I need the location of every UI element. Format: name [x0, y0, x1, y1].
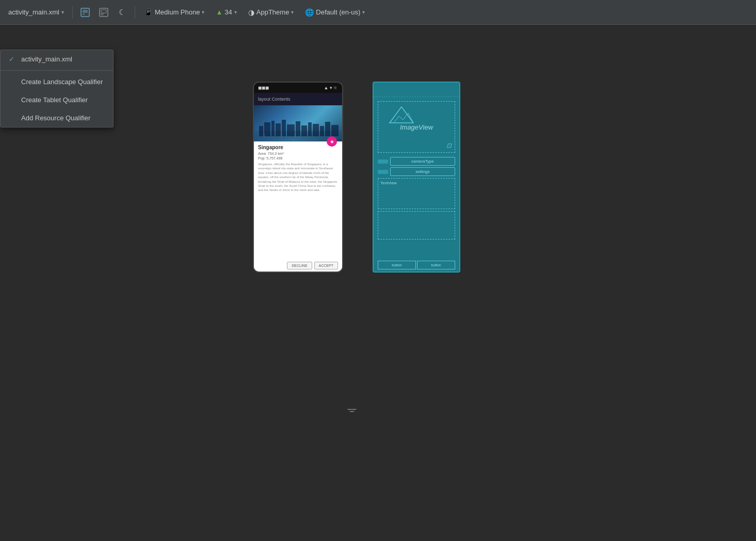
dropdown-landscape-label: Create Landscape Qualifier	[21, 78, 103, 86]
file-chevron: ▾	[61, 9, 64, 15]
phone-city-name: Singapore	[258, 145, 338, 150]
status-left: ◼◼◼	[258, 85, 269, 90]
theme-chevron: ▾	[291, 9, 294, 15]
separator-2	[135, 6, 135, 19]
locale-dropdown[interactable]: 🌐 Default (en-us) ▾	[300, 6, 369, 19]
wf-bottom-btn-2[interactable]: button	[417, 261, 455, 269]
svg-rect-7	[259, 126, 263, 136]
dropdown-tablet[interactable]: Create Tablet Qualifier	[1, 91, 113, 109]
svg-rect-12	[287, 124, 295, 136]
phone-icon: 📱	[144, 8, 153, 17]
theme-label: AppTheme	[256, 8, 289, 16]
star-badge: ★	[327, 136, 337, 147]
svg-rect-14	[301, 125, 307, 136]
device-dropdown[interactable]: 📱 Medium Phone ▾	[139, 6, 209, 19]
phone-accept-btn[interactable]: ACCEPT	[314, 262, 338, 269]
api-label: 34	[224, 8, 232, 16]
wf-imageview-label: ImageView	[400, 123, 433, 131]
status-right: ▲ ▾◾	[324, 85, 338, 90]
dropdown-resource[interactable]: Add Resource Qualifier	[1, 109, 113, 127]
design-icon	[81, 8, 90, 17]
phone-content: ★ Singapore Area: 734.3 km² Pop: 5,757,4…	[254, 105, 342, 273]
resize-handle[interactable]	[345, 402, 359, 417]
wf-small-rect-1	[378, 160, 388, 164]
design-icon-btn[interactable]	[77, 4, 93, 21]
phone-description: Singapore, officially the Republic of Si…	[258, 162, 338, 193]
wf-mountain-svg	[389, 106, 414, 124]
svg-rect-1	[83, 10, 88, 13]
wf-img-icon: ⊡	[446, 142, 452, 149]
wf-bottom-btn-1[interactable]: button	[378, 261, 416, 269]
resize-icon	[346, 404, 358, 416]
separator-1	[72, 6, 73, 19]
night-icon: ☾	[119, 8, 125, 17]
api-dropdown[interactable]: ▲ 34 ▾	[211, 6, 241, 19]
file-dropdown-menu: ✓ activity_main.xml Create Landscape Qua…	[0, 50, 114, 128]
locale-chevron: ▾	[362, 9, 365, 15]
phone-detail-2: Pop: 5,757,499	[258, 156, 338, 160]
svg-rect-19	[331, 125, 339, 136]
wf-settings-row: settings	[378, 167, 455, 176]
toolbar: activity_main.xml ▾ ☾ 📱 Medium Phone ▾ ▲…	[0, 0, 756, 25]
file-tab[interactable]: activity_main.xml ▾	[4, 6, 68, 18]
dropdown-check-item[interactable]: ✓ activity_main.xml	[1, 50, 113, 68]
wf-textview-1: TextView	[378, 178, 455, 209]
wf-buttons-group: cameraType settings	[378, 157, 455, 176]
svg-rect-9	[271, 121, 275, 136]
api-chevron: ▾	[234, 9, 237, 15]
svg-rect-15	[308, 122, 312, 136]
phone-hero-image: ★	[254, 105, 342, 141]
wf-textview-label: TextView	[380, 181, 397, 185]
file-label: activity_main.xml	[8, 8, 59, 16]
wf-bottom-buttons: button button	[378, 261, 455, 269]
svg-rect-5	[101, 13, 103, 15]
phone-app-bar: layout Contents	[254, 93, 342, 105]
svg-rect-4	[101, 10, 106, 13]
phone-buttons-row: DECLINE ACCEPT	[254, 260, 342, 272]
blueprint-icon-btn[interactable]	[95, 4, 112, 21]
tablet-mockup: ImageView ⊡ cameraType settings TextView…	[373, 82, 460, 273]
tablet-top-bar	[374, 83, 459, 97]
dropdown-resource-label: Add Resource Qualifier	[21, 114, 90, 122]
blueprint-icon	[99, 8, 108, 17]
svg-rect-2	[83, 13, 85, 15]
svg-rect-18	[325, 122, 330, 136]
svg-rect-13	[296, 121, 300, 136]
svg-rect-17	[320, 126, 324, 136]
phone-info: Singapore Area: 734.3 km² Pop: 5,757,499…	[254, 141, 342, 196]
device-chevron: ▾	[202, 9, 204, 15]
app-bar-title: layout Contents	[258, 97, 291, 102]
dropdown-tablet-label: Create Tablet Qualifier	[21, 96, 88, 104]
wf-camera-button[interactable]: cameraType	[390, 157, 455, 166]
svg-rect-3	[100, 8, 108, 17]
theme-dropdown[interactable]: ◑ AppTheme ▾	[244, 6, 299, 19]
dropdown-landscape[interactable]: Create Landscape Qualifier	[1, 73, 113, 91]
svg-marker-25	[390, 107, 413, 123]
svg-rect-11	[282, 120, 286, 136]
svg-rect-8	[264, 122, 270, 136]
phone-mockup: ◼◼◼ ▲ ▾◾ layout Contents	[253, 82, 343, 273]
dropdown-divider	[1, 70, 113, 71]
device-label: Medium Phone	[155, 8, 200, 16]
locale-label: Default (en-us)	[316, 8, 360, 16]
wf-imageview: ImageView ⊡	[378, 101, 455, 153]
wf-textview-2	[378, 211, 455, 240]
svg-rect-10	[276, 123, 281, 136]
wf-camera-row: cameraType	[378, 157, 455, 166]
svg-rect-16	[313, 124, 319, 136]
phone-detail-1: Area: 734.3 km²	[258, 152, 338, 155]
main-canvas: ✓ activity_main.xml Create Landscape Qua…	[0, 25, 756, 541]
svg-line-24	[350, 409, 354, 413]
theme-icon: ◑	[248, 8, 254, 17]
api-icon: ▲	[216, 8, 222, 16]
wf-settings-button[interactable]: settings	[390, 167, 455, 176]
night-mode-btn[interactable]: ☾	[114, 4, 131, 21]
svg-line-23	[348, 405, 357, 414]
phone-decline-btn[interactable]: DECLINE	[287, 262, 312, 269]
dropdown-active-file: activity_main.xml	[21, 55, 72, 63]
check-icon: ✓	[9, 55, 17, 63]
wf-small-rect-2	[378, 170, 388, 174]
locale-icon: 🌐	[305, 8, 314, 17]
phone-status-bar: ◼◼◼ ▲ ▾◾	[254, 83, 342, 93]
cityscape-svg	[254, 118, 342, 139]
